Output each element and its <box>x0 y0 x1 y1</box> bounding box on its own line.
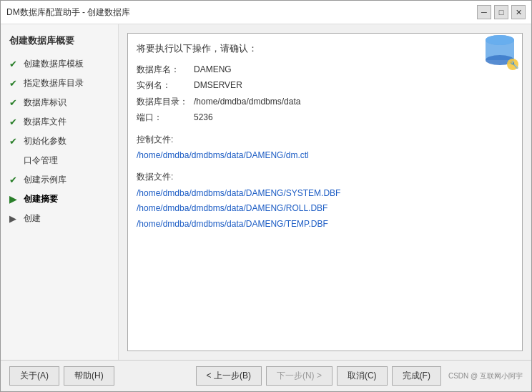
arrow-icon: ▶ <box>9 213 19 224</box>
instance-row: 实例名： DMSERVER <box>137 78 513 92</box>
prev-button[interactable]: < 上一步(B) <box>196 366 262 386</box>
sidebar-label-identity: 数据库标识 <box>24 97 66 109</box>
sidebar-label-summary: 创建摘要 <box>24 193 58 205</box>
sidebar-item-password[interactable]: ✔ 口令管理 <box>1 151 118 170</box>
arrow-right-icon: ▶ <box>9 194 19 205</box>
close-button[interactable]: ✕ <box>511 5 526 19</box>
port-value: 5236 <box>194 110 213 124</box>
svg-point-3 <box>486 35 514 45</box>
sidebar-item-init[interactable]: ✔ 初始化参数 <box>1 132 118 151</box>
content-area: 创建数据库概要 ✔ 创建数据库模板 ✔ 指定数据库目录 ✔ 数据库标识 ✔ 数据… <box>1 24 531 360</box>
db-name-label: 数据库名： <box>137 62 194 77</box>
spacer-icon: ✔ <box>9 155 19 166</box>
check-icon: ✔ <box>9 117 19 127</box>
check-icon: ✔ <box>9 175 19 185</box>
dir-value: /home/dmdba/dmdbms/data <box>194 94 300 109</box>
sidebar-label-init: 初始化参数 <box>24 135 66 147</box>
sidebar-label-sample: 创建示例库 <box>24 174 66 186</box>
db-name-value: DAMENG <box>194 62 232 77</box>
check-icon: ✔ <box>9 59 19 69</box>
sidebar: 创建数据库概要 ✔ 创建数据库模板 ✔ 指定数据库目录 ✔ 数据库标识 ✔ 数据… <box>1 24 119 360</box>
sidebar-item-files[interactable]: ✔ 数据库文件 <box>1 112 118 132</box>
port-label: 端口： <box>137 110 194 124</box>
port-row: 端口： 5236 <box>137 110 513 124</box>
title-bar: DM数据库配置助手 - 创建数据库 ─ □ ✕ <box>1 1 531 24</box>
finish-button[interactable]: 完成(F) <box>392 366 441 386</box>
main-area: 🔧 将要执行以下操作，请确认： 数据库名： DAMENG 实例名： DMSERV… <box>119 24 531 360</box>
data-file-2: /home/dmdba/dmdbms/data/DAMENG/ROLL.DBF <box>137 201 513 215</box>
window-title: DM数据库配置助手 - 创建数据库 <box>6 6 130 19</box>
bottom-bar: 关于(A) 帮助(H) < 上一步(B) 下一步(N) > 取消(C) 完成(F… <box>1 360 531 391</box>
summary-box: 将要执行以下操作，请确认： 数据库名： DAMENG 实例名： DMSERVER… <box>127 33 523 351</box>
data-file-3: /home/dmdba/dmdbms/data/DAMENG/TEMP.DBF <box>137 217 513 231</box>
maximize-button[interactable]: □ <box>494 5 508 19</box>
sidebar-label-password: 口令管理 <box>24 155 58 167</box>
sidebar-item-template[interactable]: ✔ 创建数据库模板 <box>1 54 118 74</box>
sidebar-item-directory[interactable]: ✔ 指定数据库目录 <box>1 74 118 93</box>
minimize-button[interactable]: ─ <box>477 5 491 19</box>
sidebar-item-sample[interactable]: ✔ 创建示例库 <box>1 170 118 190</box>
dir-row: 数据库目录： /home/dmdba/dmdbms/data <box>137 94 513 109</box>
help-button[interactable]: 帮助(H) <box>64 366 114 386</box>
database-icon: 🔧 <box>477 30 523 76</box>
check-icon: ✔ <box>9 97 19 108</box>
sidebar-label-files: 数据库文件 <box>24 116 66 128</box>
instance-label: 实例名： <box>137 78 194 92</box>
instance-value: DMSERVER <box>194 78 242 92</box>
sidebar-item-summary[interactable]: ▶ 创建摘要 <box>1 190 118 209</box>
sidebar-item-identity[interactable]: ✔ 数据库标识 <box>1 93 118 112</box>
sidebar-label-create: 创建 <box>24 212 41 225</box>
summary-intro: 将要执行以下操作，请确认： <box>137 41 513 57</box>
data-file-1: /home/dmdba/dmdbms/data/DAMENG/SYSTEM.DB… <box>137 186 513 200</box>
watermark: CSDN @ 互联网小阿宇 <box>448 371 523 381</box>
sidebar-label-directory: 指定数据库目录 <box>24 77 84 89</box>
control-file-path: /home/dmdba/dmdbms/data/DAMENG/dm.ctl <box>137 148 513 162</box>
main-window: DM数据库配置助手 - 创建数据库 ─ □ ✕ 创建数据库概要 ✔ 创建数据库模… <box>0 0 532 392</box>
db-name-row: 数据库名： DAMENG <box>137 62 513 77</box>
about-button[interactable]: 关于(A) <box>9 366 59 386</box>
sidebar-label-template: 创建数据库模板 <box>24 58 84 70</box>
control-files-title: 控制文件: <box>137 132 513 147</box>
bottom-left-buttons: 关于(A) 帮助(H) <box>9 366 114 386</box>
cancel-button[interactable]: 取消(C) <box>337 366 388 386</box>
check-icon: ✔ <box>9 78 19 89</box>
check-icon: ✔ <box>9 136 19 147</box>
svg-text:🔧: 🔧 <box>510 60 519 69</box>
sidebar-header: 创建数据库概要 <box>1 31 118 54</box>
next-button[interactable]: 下一步(N) > <box>266 366 332 386</box>
dir-label: 数据库目录： <box>137 94 194 109</box>
window-controls: ─ □ ✕ <box>477 5 526 19</box>
data-files-title: 数据文件: <box>137 170 513 184</box>
bottom-right-buttons: < 上一步(B) 下一步(N) > 取消(C) 完成(F) CSDN @ 互联网… <box>196 366 523 386</box>
sidebar-item-create[interactable]: ▶ 创建 <box>1 209 118 228</box>
